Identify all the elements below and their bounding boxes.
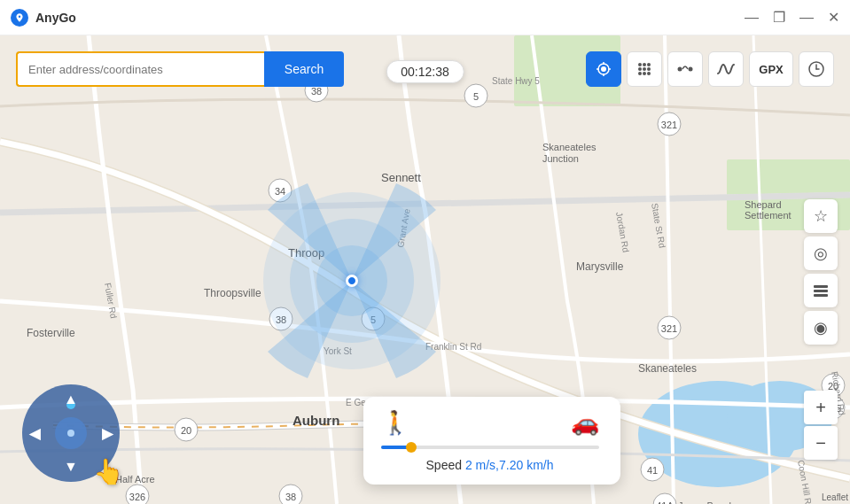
svg-point-72 xyxy=(647,72,651,75)
svg-text:20: 20 xyxy=(181,425,191,436)
walk-icon: 🚶 xyxy=(381,409,409,437)
title-bar: AnyGo — ❐ — ✕ xyxy=(0,0,850,35)
joystick-left-button[interactable]: ◀ xyxy=(29,425,40,442)
maximize-button[interactable]: — xyxy=(799,11,814,25)
joystick-up-button[interactable]: ▲ xyxy=(64,392,78,407)
svg-point-41 xyxy=(175,418,198,441)
svg-point-3 xyxy=(638,381,798,487)
svg-text:326: 326 xyxy=(129,492,145,502)
svg-point-58 xyxy=(601,66,606,72)
map-container[interactable]: Sennett Throop Throopsville Fosterville … xyxy=(0,35,850,504)
location-dot-container xyxy=(346,275,358,287)
star-button[interactable]: ☆ xyxy=(804,199,838,233)
svg-text:Jones Beach: Jones Beach xyxy=(678,500,735,504)
svg-point-65 xyxy=(643,63,646,66)
svg-text:State St Rd: State St Rd xyxy=(650,202,667,248)
svg-text:Auburn: Auburn xyxy=(292,413,339,428)
svg-text:38: 38 xyxy=(311,86,322,97)
svg-point-27 xyxy=(464,84,487,107)
joystick-right-button[interactable]: ▶ xyxy=(102,425,113,442)
svg-point-43 xyxy=(279,485,302,504)
svg-point-66 xyxy=(647,63,651,66)
svg-point-49 xyxy=(126,485,149,504)
svg-point-70 xyxy=(638,72,642,75)
multispot-button[interactable] xyxy=(627,51,662,87)
zoom-out-button[interactable]: − xyxy=(804,426,838,460)
zoom-in-button[interactable]: + xyxy=(804,391,838,424)
timer-badge: 00:12:38 xyxy=(386,60,464,83)
location-dot xyxy=(346,275,358,287)
svg-text:321: 321 xyxy=(661,120,677,130)
svg-point-67 xyxy=(638,67,642,71)
svg-text:38: 38 xyxy=(285,492,296,502)
compass-button[interactable]: ◎ xyxy=(804,236,838,270)
car-icon: 🚗 xyxy=(571,409,599,437)
twospot-button[interactable] xyxy=(667,51,703,87)
search-button[interactable]: Search xyxy=(264,51,344,87)
svg-text:41: 41 xyxy=(647,465,658,476)
app-title: AnyGo xyxy=(35,11,76,25)
svg-text:State Hwy 5: State Hwy 5 xyxy=(492,76,540,86)
svg-text:Settlement: Settlement xyxy=(745,210,792,221)
teleport-button[interactable] xyxy=(586,51,621,87)
app-icon xyxy=(11,9,28,27)
cursor-hand-icon: 👆 xyxy=(93,457,124,486)
svg-rect-78 xyxy=(814,285,828,288)
speed-panel: 🚶 🚗 Speed 2 m/s,7.20 km/h xyxy=(363,397,620,485)
layers-button[interactable] xyxy=(804,274,838,307)
close-button[interactable]: ✕ xyxy=(828,11,839,25)
restore-button[interactable]: ❐ xyxy=(773,11,785,25)
joystick[interactable]: ▲ ▼ ◀ ▶ 👆 xyxy=(22,384,120,482)
svg-point-35 xyxy=(658,112,681,136)
search-input[interactable] xyxy=(16,51,264,87)
svg-text:Fuller Rd: Fuller Rd xyxy=(103,282,119,319)
speed-slider[interactable] xyxy=(381,446,599,449)
svg-text:Coon Hill Rd: Coon Hill Rd xyxy=(796,459,815,504)
svg-point-71 xyxy=(643,72,646,75)
joystick-down-button[interactable]: ▼ xyxy=(64,459,78,475)
target-button[interactable]: ◉ xyxy=(804,311,838,345)
svg-point-74 xyxy=(689,67,693,72)
speed-label: Speed xyxy=(426,458,465,472)
svg-text:321: 321 xyxy=(661,323,677,334)
svg-text:Skaneateles: Skaneateles xyxy=(542,142,597,152)
search-bar[interactable]: Search xyxy=(16,51,344,87)
title-bar-left: AnyGo xyxy=(11,9,76,27)
title-bar-controls[interactable]: — ❐ — ✕ xyxy=(745,11,839,25)
right-panel: ☆ ◎ ◉ xyxy=(804,199,838,345)
svg-text:Jordan Rd: Jordan Rd xyxy=(614,211,631,252)
svg-text:Marysville: Marysville xyxy=(576,260,624,273)
leaflet-credit: Leaflet xyxy=(822,492,848,502)
speed-slider-thumb[interactable] xyxy=(406,442,417,453)
svg-point-45 xyxy=(641,458,664,481)
svg-rect-79 xyxy=(814,290,828,292)
svg-point-64 xyxy=(638,63,642,66)
history-button[interactable] xyxy=(799,51,834,87)
route-button[interactable] xyxy=(708,51,744,87)
svg-text:41A: 41A xyxy=(656,500,674,504)
speed-text: Speed 2 m/s,7.20 km/h xyxy=(381,458,599,472)
gpx-button[interactable]: GPX xyxy=(749,51,793,87)
svg-point-69 xyxy=(647,67,651,71)
svg-point-68 xyxy=(643,67,646,71)
svg-point-73 xyxy=(678,67,682,72)
svg-text:Fosterville: Fosterville xyxy=(27,327,75,339)
svg-text:5: 5 xyxy=(473,91,479,102)
svg-text:Skaneateles: Skaneateles xyxy=(638,362,697,375)
zoom-controls: + − xyxy=(804,391,838,460)
svg-text:Junction: Junction xyxy=(542,153,579,164)
svg-text:Shepard: Shepard xyxy=(745,199,782,210)
svg-point-47 xyxy=(653,493,676,504)
speed-value: 2 m/s,7.20 km/h xyxy=(465,458,554,472)
toolbar-right: GPX xyxy=(586,51,834,87)
svg-point-51 xyxy=(658,316,681,339)
speed-panel-icons: 🚶 🚗 xyxy=(381,409,599,437)
minimize-button[interactable]: — xyxy=(745,11,759,25)
svg-rect-80 xyxy=(814,294,828,297)
joystick-center[interactable] xyxy=(55,417,87,449)
